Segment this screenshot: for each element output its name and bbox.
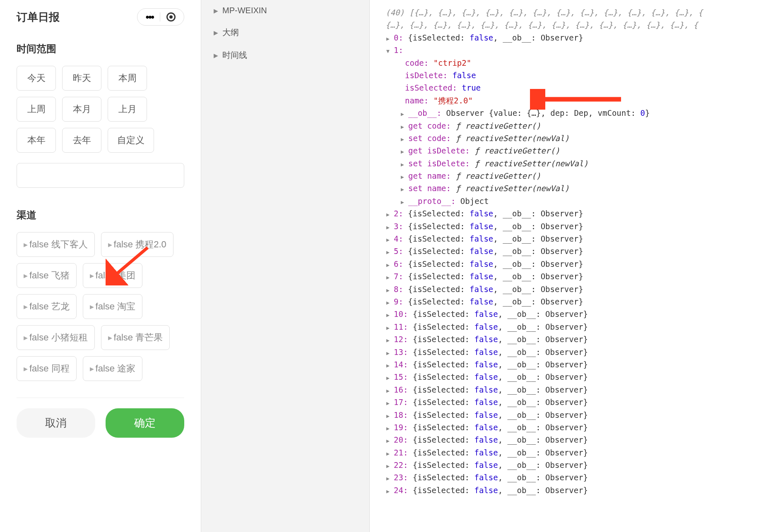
console-item-6[interactable]: ▶6: {isSelected: false, __ob__: Observer… [386,258,753,270]
cancel-button[interactable]: 取消 [17,408,95,438]
console-item-0[interactable]: ▶0: {isSelected: false, __ob__: Observer… [386,31,753,44]
channel-btn-7[interactable]: ▶false 青芒果 [101,325,170,350]
channel-btn-3[interactable]: ▶false 美团 [83,263,143,288]
triangle-icon: ▶ [90,366,94,372]
console-item-9[interactable]: ▶9: {isSelected: false, __ob__: Observer… [386,295,753,308]
expand-arrow-icon[interactable]: ▶ [386,273,392,282]
console-item-10[interactable]: ▶10: {isSelected: false, __ob__: Observe… [386,308,753,320]
expand-arrow-icon[interactable]: ▶ [386,35,392,43]
console-item-23[interactable]: ▶23: {isSelected: false, __ob__: Observe… [386,471,753,484]
time-input[interactable] [17,163,184,188]
time-btn-2[interactable]: 本周 [108,66,147,91]
prop-proto[interactable]: ▶__proto__: Object [401,195,753,207]
prop-set-isdelete[interactable]: ▶set isDelete: ƒ reactiveSetter(newVal) [401,157,753,170]
collapse-arrow-icon[interactable]: ▼ [386,47,392,56]
prop-set-code[interactable]: ▶set code: ƒ reactiveSetter(newVal) [401,132,753,144]
channel-btn-1[interactable]: ▶false 携程2.0 [101,232,173,257]
expand-arrow-icon[interactable]: ▶ [386,211,392,219]
expand-arrow-icon[interactable]: ▶ [386,311,392,320]
expand-arrow-icon[interactable]: ▶ [386,286,392,295]
tree-item-2[interactable]: ▶时间线 [201,44,369,67]
tree-panel: ▶MP-WEIXIN▶大纲▶时间线 [201,0,370,532]
expand-arrow-icon[interactable]: ▶ [386,248,392,257]
channel-btn-2[interactable]: ▶false 飞猪 [17,263,77,288]
expand-arrow-icon: ▶ [214,29,218,36]
channel-btn-8[interactable]: ▶false 同程 [17,356,77,381]
channel-btn-0[interactable]: ▶false 线下客人 [17,232,95,257]
expand-arrow-icon[interactable]: ▶ [386,387,392,395]
triangle-icon: ▶ [24,304,28,310]
expand-arrow-icon[interactable]: ▶ [386,462,392,471]
console-item-3[interactable]: ▶3: {isSelected: false, __ob__: Observer… [386,220,753,232]
expand-arrow-icon[interactable]: ▶ [386,362,392,370]
tree-item-0[interactable]: ▶MP-WEIXIN [201,0,369,21]
console-item-22[interactable]: ▶22: {isSelected: false, __ob__: Observe… [386,459,753,471]
channel-btn-9[interactable]: ▶false 途家 [83,356,143,381]
prop-set-name[interactable]: ▶set name: ƒ reactiveSetter(newVal) [401,182,753,194]
triangle-icon: ▶ [24,366,28,372]
console-item-15[interactable]: ▶15: {isSelected: false, __ob__: Observe… [386,371,753,383]
more-icon[interactable]: ••• [146,11,154,23]
console-item-4[interactable]: ▶4: {isSelected: false, __ob__: Observer… [386,232,753,245]
expand-arrow-icon[interactable]: ▶ [386,223,392,232]
expand-arrow-icon[interactable]: ▶ [386,399,392,408]
capsule-buttons: ••• [137,8,184,26]
channel-btn-5[interactable]: ▶false 淘宝 [83,294,143,319]
expand-arrow-icon[interactable]: ▶ [386,324,392,333]
console-summary[interactable]: (40) [{…}, {…}, {…}, {…}, {…}, {…}, {…},… [378,6,753,19]
console-item-2[interactable]: ▶2: {isSelected: false, __ob__: Observer… [386,207,753,220]
expand-arrow-icon[interactable]: ▶ [386,487,392,496]
console-item-16[interactable]: ▶16: {isSelected: false, __ob__: Observe… [386,383,753,396]
prop-get-code[interactable]: ▶get code: ƒ reactiveGetter() [401,120,753,132]
prop-code: code: "ctrip2" [405,57,753,69]
time-btn-6[interactable]: 本年 [17,128,56,153]
console-item-13[interactable]: ▶13: {isSelected: false, __ob__: Observe… [386,346,753,358]
console-item-14[interactable]: ▶14: {isSelected: false, __ob__: Observe… [386,358,753,371]
expand-arrow-icon[interactable]: ▶ [386,450,392,458]
time-btn-0[interactable]: 今天 [17,66,56,91]
expand-arrow-icon: ▶ [214,52,218,59]
channel-btn-4[interactable]: ▶false 艺龙 [17,294,77,319]
expand-arrow-icon[interactable]: ▶ [386,374,392,383]
expand-arrow-icon[interactable]: ▶ [386,349,392,358]
console-item-11[interactable]: ▶11: {isSelected: false, __ob__: Observe… [386,321,753,333]
expand-arrow-icon[interactable]: ▶ [386,474,392,483]
time-range-buttons: 今天昨天本周上周本月上月本年去年自定义 [17,66,184,153]
console-item-21[interactable]: ▶21: {isSelected: false, __ob__: Observe… [386,446,753,459]
console-item-24[interactable]: ▶24: {isSelected: false, __ob__: Observe… [386,484,753,496]
expand-arrow-icon[interactable]: ▶ [386,437,392,446]
expand-arrow-icon[interactable]: ▶ [386,299,392,307]
console-item-1[interactable]: ▼1: [386,44,753,56]
triangle-icon: ▶ [24,273,28,279]
close-icon[interactable] [166,12,176,22]
time-btn-4[interactable]: 本月 [62,97,101,122]
console-panel: (40) [{…}, {…}, {…}, {…}, {…}, {…}, {…},… [370,0,761,532]
console-item-5[interactable]: ▶5: {isSelected: false, __ob__: Observer… [386,245,753,257]
console-item-12[interactable]: ▶12: {isSelected: false, __ob__: Observe… [386,333,753,345]
channel-label: 渠道 [17,208,184,222]
tree-item-1[interactable]: ▶大纲 [201,21,369,44]
confirm-button[interactable]: 确定 [106,408,184,438]
time-btn-7[interactable]: 去年 [62,128,101,153]
console-item-8[interactable]: ▶8: {isSelected: false, __ob__: Observer… [386,283,753,295]
prop-ob[interactable]: ▶__ob__: Observer {value: {…}, dep: Dep,… [401,107,753,119]
time-btn-3[interactable]: 上周 [17,97,56,122]
expand-arrow-icon[interactable]: ▶ [386,412,392,421]
console-item-20[interactable]: ▶20: {isSelected: false, __ob__: Observe… [386,434,753,446]
channel-btn-6[interactable]: ▶false 小猪短租 [17,325,95,350]
console-item-18[interactable]: ▶18: {isSelected: false, __ob__: Observe… [386,409,753,421]
channel-buttons: ▶false 线下客人▶false 携程2.0▶false 飞猪▶false 美… [17,232,184,381]
console-item-17[interactable]: ▶17: {isSelected: false, __ob__: Observe… [386,396,753,408]
prop-get-isdelete[interactable]: ▶get isDelete: ƒ reactiveGetter() [401,144,753,157]
triangle-icon: ▶ [108,335,112,341]
console-item-7[interactable]: ▶7: {isSelected: false, __ob__: Observer… [386,270,753,283]
expand-arrow-icon[interactable]: ▶ [386,236,392,244]
time-btn-1[interactable]: 昨天 [62,66,101,91]
prop-get-name[interactable]: ▶get name: ƒ reactiveGetter() [401,170,753,182]
expand-arrow-icon[interactable]: ▶ [386,424,392,433]
expand-arrow-icon[interactable]: ▶ [386,336,392,345]
time-btn-8[interactable]: 自定义 [108,128,154,153]
time-btn-5[interactable]: 上月 [108,97,147,122]
console-item-19[interactable]: ▶19: {isSelected: false, __ob__: Observe… [386,421,753,434]
expand-arrow-icon[interactable]: ▶ [386,261,392,270]
